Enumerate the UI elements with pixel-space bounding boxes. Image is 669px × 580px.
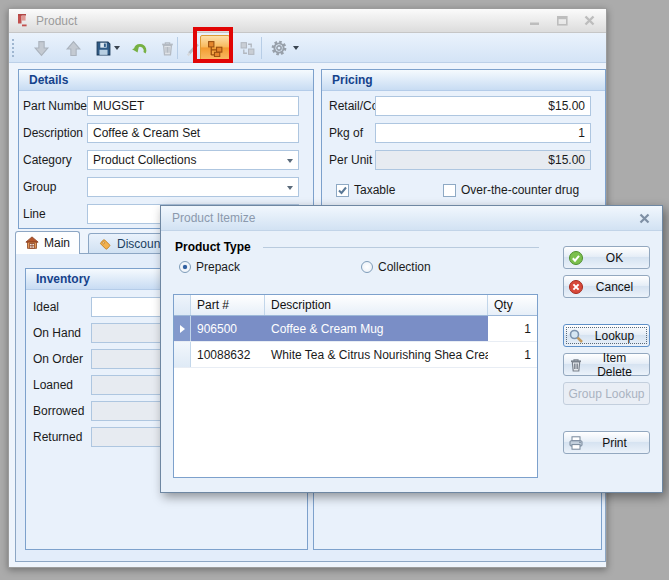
cell-part[interactable]: 10088632: [191, 342, 265, 367]
grid-indicator-header: [174, 295, 191, 315]
move-up-icon: [61, 36, 85, 60]
group-lookup-label: Group Lookup: [568, 387, 645, 401]
trash-icon: [568, 357, 584, 373]
cell-description[interactable]: Coffee & Cream Mug: [265, 316, 488, 341]
maximize-icon[interactable]: [553, 13, 571, 29]
tab-main[interactable]: Main: [15, 231, 80, 254]
lookup-button[interactable]: Lookup: [563, 324, 650, 347]
lookup-label: Lookup: [584, 329, 645, 343]
undo-icon[interactable]: [127, 36, 151, 60]
cell-part[interactable]: 906500: [191, 316, 265, 341]
print-button[interactable]: Print: [563, 431, 650, 454]
cancel-label: Cancel: [584, 280, 645, 294]
description-label: Description: [23, 123, 83, 143]
settings-dropdown-icon[interactable]: [290, 36, 302, 60]
taxable-checkbox[interactable]: Taxable: [336, 182, 395, 198]
grid-row[interactable]: 10088632 White Tea & Citrus Nourishing S…: [174, 342, 537, 368]
cell-qty[interactable]: 1: [488, 316, 537, 341]
borrowed-label: Borrowed: [33, 401, 84, 421]
delete-icon: [155, 36, 179, 60]
toolbar-separator: [261, 37, 262, 59]
chevron-down-icon: [287, 159, 293, 163]
on-hand-label: On Hand: [33, 323, 81, 343]
transfer-icon: [235, 36, 259, 60]
grid-column-part[interactable]: Part #: [191, 295, 265, 315]
radio-unselected-icon: [361, 261, 373, 273]
part-number-label: Part Number: [23, 96, 91, 116]
group-dropdown[interactable]: [87, 177, 299, 197]
checkbox-unchecked-icon: [443, 184, 456, 197]
cancel-icon: [568, 279, 584, 295]
returned-label: Returned: [33, 427, 82, 447]
category-dropdown[interactable]: Product Collections: [87, 150, 299, 170]
minimize-icon[interactable]: [526, 13, 544, 29]
tag-icon: [98, 237, 112, 251]
move-down-icon: [29, 36, 53, 60]
grid-column-description[interactable]: Description: [265, 295, 488, 315]
itemize-icon: [207, 40, 224, 57]
retail-cost-field[interactable]: $15.00: [375, 96, 591, 116]
line-label: Line: [23, 204, 46, 224]
details-header: Details: [19, 70, 313, 91]
radio-prepack[interactable]: Prepack: [179, 260, 240, 274]
per-unit-field: $15.00: [375, 150, 591, 170]
printer-icon: [568, 435, 584, 451]
desktop: { "window": { "title": "Product", "icon"…: [0, 0, 669, 580]
per-unit-label: Per Unit: [329, 150, 372, 170]
collection-label: Collection: [378, 260, 431, 274]
print-label: Print: [584, 436, 645, 450]
toolbar-grip[interactable]: [12, 39, 16, 57]
description-field[interactable]: Coffee & Cream Set: [87, 123, 299, 143]
otc-drug-label: Over-the-counter drug: [461, 183, 579, 197]
ok-label: OK: [584, 251, 645, 265]
grid-column-qty[interactable]: Qty: [488, 295, 537, 315]
toolbar: [9, 33, 606, 63]
otc-drug-checkbox[interactable]: Over-the-counter drug: [443, 182, 579, 198]
settings-gear-icon[interactable]: [267, 36, 291, 60]
pkg-of-label: Pkg of: [329, 123, 363, 143]
category-value: Product Collections: [93, 153, 196, 167]
radio-selected-icon: [179, 261, 191, 273]
product-type-label: Product Type: [175, 240, 251, 254]
pricing-header: Pricing: [322, 70, 605, 91]
toolbar-separator: [177, 37, 178, 59]
dialog-titlebar[interactable]: Product Itemize: [161, 206, 662, 231]
taxable-label: Taxable: [354, 183, 395, 197]
product-window-titlebar[interactable]: Product: [9, 9, 606, 33]
item-delete-button[interactable]: Item Delete: [563, 353, 650, 376]
product-app-icon: [15, 13, 31, 29]
ok-icon: [568, 250, 584, 266]
group-label: Group: [23, 177, 56, 197]
row-indicator: [174, 342, 191, 367]
part-number-field[interactable]: MUGSET: [87, 96, 299, 116]
itemize-button[interactable]: [200, 35, 230, 61]
magnifier-icon: [568, 328, 584, 344]
chevron-down-icon: [287, 186, 293, 190]
dialog-title: Product Itemize: [172, 211, 255, 225]
grid-header-row: Part # Description Qty: [174, 295, 537, 316]
save-dropdown-icon[interactable]: [111, 36, 123, 60]
on-order-label: On Order: [33, 349, 83, 369]
items-grid: Part # Description Qty 906500 Coffee & C…: [173, 294, 538, 478]
cancel-button[interactable]: Cancel: [563, 275, 650, 298]
cell-qty[interactable]: 1: [488, 342, 537, 367]
item-delete-label: Item Delete: [584, 351, 645, 379]
row-indicator-icon: [174, 316, 191, 341]
pkg-of-field[interactable]: 1: [375, 123, 591, 143]
ideal-label: Ideal: [33, 297, 59, 317]
group-lookup-button: Group Lookup: [563, 382, 650, 405]
tab-main-label: Main: [44, 236, 70, 250]
product-type-separator: [263, 247, 539, 248]
dialog-close-icon[interactable]: [636, 210, 652, 226]
home-icon: [25, 236, 39, 250]
category-label: Category: [23, 150, 72, 170]
radio-collection[interactable]: Collection: [361, 260, 431, 274]
window-title: Product: [36, 14, 77, 28]
loaned-label: Loaned: [33, 375, 73, 395]
ok-button[interactable]: OK: [563, 246, 650, 269]
grid-row-selected[interactable]: 906500 Coffee & Cream Mug 1: [174, 316, 537, 342]
prepack-label: Prepack: [196, 260, 240, 274]
close-icon[interactable]: [580, 13, 598, 29]
product-itemize-dialog: Product Itemize Product Type Prepack Col…: [160, 205, 663, 493]
cell-description[interactable]: White Tea & Citrus Nourishing Shea Cream: [265, 342, 488, 367]
